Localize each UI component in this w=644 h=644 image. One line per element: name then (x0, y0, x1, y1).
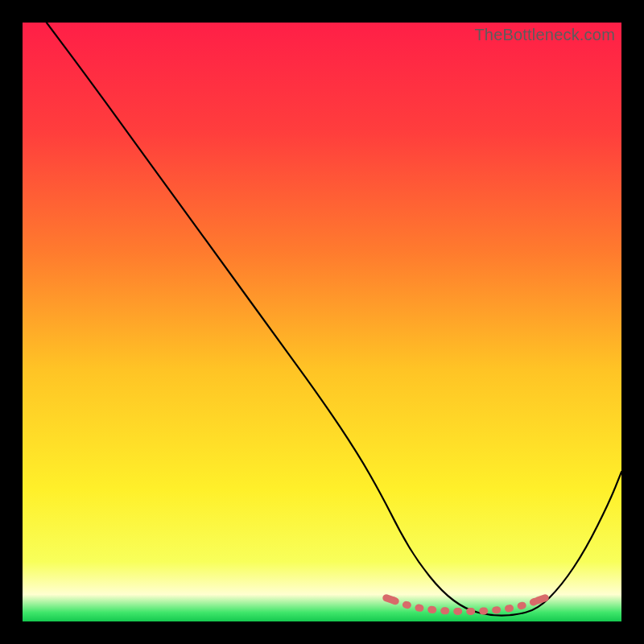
chart-frame: TheBottleneck.com (23, 23, 621, 621)
watermark-text: TheBottleneck.com (474, 26, 615, 44)
optimal-zone-endcap (538, 598, 546, 601)
bottleneck-chart (23, 23, 621, 621)
optimal-zone-endcap (386, 598, 394, 601)
